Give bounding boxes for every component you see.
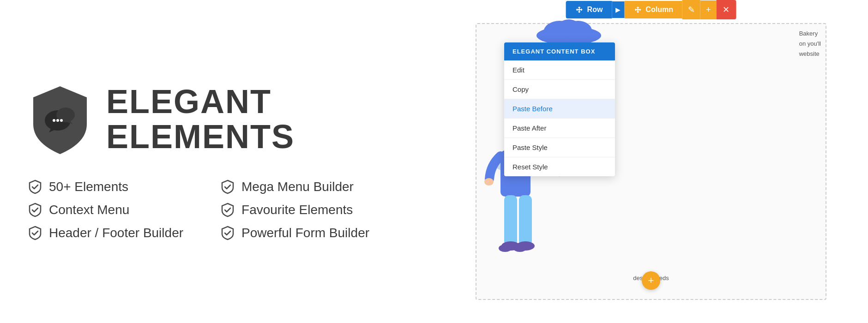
check-shield-icon-6 <box>220 226 235 240</box>
menu-item-copy[interactable]: Copy <box>504 80 615 99</box>
feature-item-4: Favourite Elements <box>220 203 376 217</box>
menu-item-reset-style[interactable]: Reset Style <box>504 157 615 176</box>
move-icon <box>575 6 584 14</box>
check-shield-icon-4 <box>220 203 235 217</box>
svg-point-2 <box>53 119 55 122</box>
main-container: ELEGANT ELEMENTS 50+ Elements Mega Menu <box>0 0 868 323</box>
left-section: ELEGANT ELEMENTS 50+ Elements Mega Menu <box>28 64 462 259</box>
column-move-icon <box>633 6 642 14</box>
context-menu: ELEGANT CONTENT BOX Edit Copy Paste Befo… <box>504 42 615 176</box>
editor-preview: Row ▶ Column ✎ + ✕ <box>476 23 826 300</box>
feature-item-5: Header / Footer Builder <box>28 226 183 240</box>
edit-button[interactable]: ✎ <box>682 0 700 19</box>
close-button[interactable]: ✕ <box>716 0 736 19</box>
row-button[interactable]: Row <box>566 1 612 18</box>
feature-item-2: Mega Menu Builder <box>220 179 376 194</box>
menu-item-paste-before[interactable]: Paste Before <box>504 99 615 119</box>
svg-point-3 <box>56 119 59 122</box>
editor-toolbar: Row ▶ Column ✎ + ✕ <box>566 0 736 19</box>
svg-point-16 <box>513 245 526 252</box>
shield-logo-icon <box>28 83 92 156</box>
cloud-shape <box>532 19 606 45</box>
svg-point-20 <box>557 19 580 38</box>
menu-item-paste-after[interactable]: Paste After <box>504 119 615 138</box>
menu-item-edit[interactable]: Edit <box>504 60 615 80</box>
add-element-button[interactable]: + <box>642 271 660 290</box>
check-shield-icon-3 <box>28 203 42 217</box>
bg-text-right: Bakeryon you'llwebsite <box>799 29 821 59</box>
check-shield-icon-1 <box>28 179 42 194</box>
svg-rect-11 <box>504 195 517 246</box>
right-section: Row ▶ Column ✎ + ✕ <box>462 0 840 323</box>
logo-area: ELEGANT ELEMENTS <box>28 83 295 156</box>
column-button[interactable]: Column <box>624 1 682 18</box>
check-shield-icon-2 <box>220 179 235 194</box>
svg-point-15 <box>499 245 512 252</box>
svg-point-10 <box>484 178 494 185</box>
feature-item-6: Powerful Form Builder <box>220 226 376 240</box>
add-column-button[interactable]: + <box>700 0 717 19</box>
svg-point-4 <box>60 119 63 122</box>
svg-rect-12 <box>519 195 532 246</box>
check-shield-icon-5 <box>28 226 42 240</box>
feature-item-1: 50+ Elements <box>28 179 183 194</box>
brand-name: ELEGANT ELEMENTS <box>106 84 295 154</box>
toolbar-arrow-button[interactable]: ▶ <box>612 1 624 18</box>
context-menu-header: ELEGANT CONTENT BOX <box>504 42 615 60</box>
features-grid: 50+ Elements Mega Menu Builder Context M… <box>28 179 376 240</box>
feature-item-3: Context Menu <box>28 203 183 217</box>
svg-point-1 <box>56 108 75 122</box>
menu-item-paste-style[interactable]: Paste Style <box>504 138 615 157</box>
